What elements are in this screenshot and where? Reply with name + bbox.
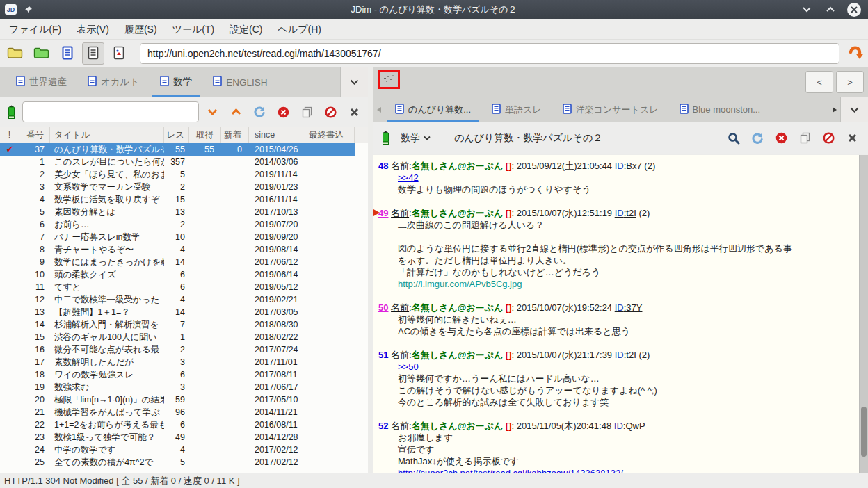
thread-row[interactable]: 17素数解明したんだが32017/11/01 [0,356,368,368]
thread-row[interactable]: 15渋谷のギャル100人に聞い12018/02/22 [0,331,368,343]
thread-row[interactable]: 1このスレが目についたら何か3572014/03/06 [0,156,368,168]
anchor-link[interactable]: >>50 [378,361,858,373]
column-header[interactable]: 最終書込 [303,127,355,143]
board-tab[interactable]: 数学 [150,67,202,97]
thread-tab-list-button[interactable] [840,97,868,122]
abort-button[interactable] [320,101,341,122]
forward-button[interactable]: > [836,71,864,93]
thread-tab[interactable]: Blue moonston... [669,97,771,122]
stop-button[interactable] [273,101,294,122]
thread-row[interactable]: 18ワイの数学勉強スレ62017/08/11 [0,368,368,381]
thread-row[interactable]: 20極限「lim[n→1-0](n)」の結果592017/05/10 [0,393,368,406]
board-view-button[interactable] [56,42,78,65]
thread-row[interactable]: 11てすと62019/05/12 [0,281,368,293]
thread-row[interactable]: 23数検1級って独学で可能？492014/12/28 [0,431,368,444]
maximize-button[interactable] [823,3,837,17]
column-header[interactable]: ! [0,127,19,143]
thread-row[interactable]: 10頭の柔軟クイズ62019/06/14 [0,268,368,281]
write-post-button[interactable] [380,131,391,145]
thread-row[interactable]: 221+1=2をお前らが考える最も62016/08/11 [0,418,368,431]
post-number[interactable]: 52 [378,421,388,431]
back-button[interactable]: < [805,71,833,93]
thread-row[interactable]: 19数強求む32017/06/17 [0,381,368,393]
poster-id[interactable]: ID:37Y [615,302,643,313]
thread-row[interactable]: 4数学板に活気を取り戻すぞ152016/11/14 [0,193,368,206]
thread-row[interactable]: 12中二で数検準一級受かった42019/02/21 [0,293,368,306]
post-number[interactable]: 48 [378,161,388,171]
thread-row[interactable]: 2美少女「ほら見て、私のおま52019/11/14 [0,168,368,181]
board-select[interactable]: 数学 [401,132,431,145]
thread-row[interactable]: 16微分不可能な点が表れる最22017/07/24 [0,343,368,356]
image-thumbnail-tab[interactable] [378,70,400,89]
thread-row[interactable]: 21機械学習をがんばって学ぶ962014/11/21 [0,406,368,418]
thread-tab[interactable]: のんびり算数... [385,97,481,122]
thread-view-button[interactable] [82,42,104,65]
thread-row[interactable]: 3文系数学でマーカン受験22019/01/23 [0,181,368,193]
board-tab-list-button[interactable] [340,67,368,97]
board-tab[interactable]: オカルト [77,67,150,97]
thread-content[interactable]: 48 名前:名無しさん@おーぷん []: 2015/09/12(土)21:05:… [373,155,868,473]
tab-scroll-left-button[interactable] [373,97,385,122]
thread-row[interactable]: 13【超難問】1＋1=？142017/03/05 [0,306,368,318]
abort-thread-button[interactable] [818,128,839,149]
poster-id[interactable]: ID:Bx7 [615,161,642,171]
thread-row[interactable]: ✔37のんびり算数・数学パズルその２555502015/04/26 [0,143,368,156]
close-thread-button[interactable] [842,128,862,149]
close-button[interactable] [847,3,861,17]
thread-row[interactable]: 5素因数分解とは132017/10/13 [0,206,368,218]
copy-button[interactable] [296,101,317,122]
column-header[interactable]: レス [164,127,189,143]
thread-row[interactable]: 9数学にはまったきっかけを教142017/06/12 [0,256,368,268]
poster-id[interactable]: ID:QwP [614,421,645,431]
stop-thread-button[interactable] [771,128,791,149]
menu-item[interactable]: ヘルプ(H) [271,19,329,40]
url-link[interactable]: http://i.imgur.com/APvb5Cg.jpg [378,278,858,290]
thread-tab[interactable]: 洋楽コンサートスレ [552,97,669,122]
thread-row[interactable]: 7バナー応募スレin数学102019/09/20 [0,231,368,243]
column-header[interactable]: 取得 [189,127,221,143]
scrollbar-thumb[interactable] [861,407,867,457]
menu-item[interactable]: ツール(T) [165,19,223,40]
reload-thread-button[interactable] [747,128,768,149]
reload-button[interactable] [249,101,270,122]
menu-item[interactable]: ファイル(F) [1,19,69,40]
column-header[interactable]: 番号 [19,127,50,143]
menu-item[interactable]: 表示(V) [69,19,117,40]
search-down-button[interactable] [202,101,223,122]
thread-row[interactable]: 14杉浦解析入門・解析演習を72018/08/30 [0,318,368,331]
copy-thread-button[interactable] [794,128,815,149]
go-url-button[interactable] [845,42,868,65]
open-board-button[interactable] [4,42,26,65]
thread-tab[interactable]: 単語スレ [481,97,552,122]
column-header[interactable]: since [249,127,303,143]
poster-id[interactable]: ID:t2I [615,350,636,360]
content-scrollbar[interactable] [859,155,868,473]
pane-splitter[interactable] [368,67,373,473]
post-number[interactable]: 50 [378,302,388,313]
image-view-button[interactable] [108,42,130,65]
post-number[interactable]: 49 [378,208,388,218]
menu-item[interactable]: 設定(C) [222,19,270,40]
thread-row[interactable]: 24中学の数学です42017/02/12 [0,444,368,456]
menu-item[interactable]: 履歴(S) [117,19,165,40]
open-favorites-button[interactable] [30,42,51,65]
thread-row[interactable]: 6お前ら…22019/07/20 [0,218,368,231]
tab-scroll-right-button[interactable] [829,97,840,122]
column-header[interactable]: 新着 [221,127,249,143]
close-pane-button[interactable] [344,101,364,122]
search-input[interactable] [22,101,199,122]
board-tab[interactable]: 世界遺産 [6,67,77,97]
url-input[interactable] [140,43,839,64]
poster-id[interactable]: ID:t2I [615,208,636,218]
search-up-button[interactable] [225,101,246,122]
thread-row[interactable]: 8青チャートやるぞ〜42019/08/14 [0,243,368,256]
column-header[interactable]: タイトル [50,127,164,143]
anchor-link[interactable]: >>42 [378,172,858,184]
url-link[interactable]: http://super2ch.net/test/read.cgi/kqbbzo… [378,467,858,473]
post-number[interactable]: 51 [378,350,388,360]
thread-list-header[interactable]: !番号タイトルレス取得新着since最終書込 [0,127,368,143]
board-tab[interactable]: ENGLISH [202,67,278,97]
search-in-thread-button[interactable] [723,128,744,149]
thread-row[interactable]: 25全ての素数の積が4π^2で52017/02/12 [0,456,368,469]
minimize-button[interactable] [800,3,814,17]
